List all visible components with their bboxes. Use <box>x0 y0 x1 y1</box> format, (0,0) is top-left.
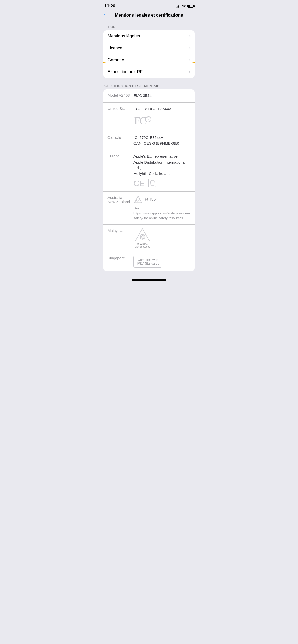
status-icons <box>176 4 194 8</box>
weee-icon <box>148 179 156 188</box>
cert-value-aus-nz-note: See https://www.apple.com/au/legal/onlin… <box>133 206 191 221</box>
home-indicator-container <box>99 279 199 285</box>
mcmc-label-text: MCMC <box>137 242 148 246</box>
cert-label-canada: Canada <box>107 135 130 139</box>
rnz-logo-container: R-NZ <box>133 195 191 204</box>
section-label-iphone: IPHONE <box>99 21 199 30</box>
complies-box: Complies with IMDA Standards <box>133 256 162 268</box>
cert-value-europe-3: Hollyhill, Cork, Ireland. <box>133 171 191 177</box>
cert-row-us: United States FCC ID: BCG-E3544A FC <box>103 103 195 131</box>
settings-row-licence[interactable]: Licence › <box>103 42 195 54</box>
mcmc-sub-text: CIDF15000007 <box>134 246 150 248</box>
cert-row-canada: Canada IC: 579C-E3544A CAN ICES-3 (B)/NM… <box>103 131 195 150</box>
mcmc-logo-container: MCMC CIDF15000007 <box>133 228 151 248</box>
svg-marker-4 <box>134 196 142 203</box>
exposition-rf-label: Exposition aux RF <box>107 69 143 75</box>
home-indicator <box>132 279 166 281</box>
mcmc-triangle-icon <box>135 228 150 241</box>
svg-text:CE: CE <box>133 179 145 188</box>
svg-point-7 <box>142 236 143 238</box>
cert-row-aus-nz: Australia New Zealand R-NZ See https://w… <box>103 192 195 225</box>
chevron-right-icon: › <box>189 57 191 63</box>
battery-icon <box>187 5 194 8</box>
cert-malaysia-content: MCMC CIDF15000007 <box>133 228 151 248</box>
cert-label-europe: Europe <box>107 154 130 158</box>
svg-text:FC: FC <box>134 114 146 126</box>
status-bar: 11:26 <box>99 0 199 11</box>
bottom-spacer <box>99 271 199 276</box>
cert-us-content: FCC ID: BCG-E3544A FC <box>133 106 171 128</box>
licence-label: Licence <box>107 46 123 51</box>
signal-icon <box>176 5 180 8</box>
cert-value-europe-1: Apple's EU representative <box>133 154 191 159</box>
cert-row-malaysia: Malaysia MCMC CIDF15000007 <box>103 225 195 252</box>
ce-weee-icons: CE <box>133 179 191 188</box>
settings-row-exposition-rf[interactable]: Exposition aux RF › <box>103 66 195 78</box>
nav-header: ‹ Mentions légales et certifications <box>99 11 199 21</box>
status-time: 11:26 <box>104 4 115 9</box>
cert-value-canada-2: CAN ICES-3 (B)/NMB-3(B) <box>133 141 179 147</box>
chevron-right-icon: › <box>189 34 191 39</box>
cert-label-aus-nz: Australia New Zealand <box>107 195 130 204</box>
cert-aus-nz-content: R-NZ See https://www.apple.com/au/legal/… <box>133 195 191 221</box>
mentions-legales-label: Mentions légales <box>107 34 140 39</box>
cert-row-europe: Europe Apple's EU representative Apple D… <box>103 150 195 192</box>
back-button[interactable]: ‹ <box>103 13 105 18</box>
page-title: Mentions légales et certifications <box>115 13 183 18</box>
chevron-right-icon: › <box>189 69 191 75</box>
settings-row-garantie[interactable]: Garantie › <box>103 54 195 66</box>
cert-singapore-content: Complies with IMDA Standards <box>133 256 162 268</box>
certification-card: Model A2403 EMC 3544 United States FCC I… <box>103 89 195 271</box>
cert-value-canada-1: IC: 579C-E3544A <box>133 135 179 141</box>
fcc-logo: FC <box>133 114 171 127</box>
cert-label-us: United States <box>107 106 130 111</box>
cert-value-us: FCC ID: BCG-E3544A <box>133 106 171 112</box>
cert-europe-content: Apple's EU representative Apple Distribu… <box>133 154 191 188</box>
section-label-certification: CERTIFICATION RÉGLEMENTAIRE <box>99 80 199 89</box>
cert-label-model: Model A2403 <box>107 93 130 97</box>
ce-mark-icon: CE <box>133 179 146 188</box>
cert-value-europe-2: Apple Distribution International Ltd., <box>133 159 191 171</box>
cert-label-malaysia: Malaysia <box>107 228 130 233</box>
complies-sub-label: IMDA Standards <box>137 262 159 265</box>
chevron-right-icon: › <box>189 46 191 51</box>
iphone-settings-card: Mentions légales › Licence › Garantie › … <box>103 30 195 78</box>
cert-row-singapore: Singapore Complies with IMDA Standards <box>103 252 195 271</box>
rnz-triangle-icon <box>133 195 143 204</box>
cert-value-model: EMC 3544 <box>133 93 191 99</box>
cert-label-singapore: Singapore <box>107 256 130 260</box>
complies-label: Complies with <box>137 258 159 262</box>
settings-row-mentions-legales[interactable]: Mentions légales › <box>103 30 195 42</box>
cert-row-model: Model A2403 EMC 3544 <box>103 89 195 103</box>
wifi-icon <box>182 4 186 8</box>
cert-canada-content: IC: 579C-E3544A CAN ICES-3 (B)/NMB-3(B) <box>133 135 179 146</box>
garantie-label: Garantie <box>107 57 124 63</box>
back-chevron-icon: ‹ <box>103 12 105 18</box>
rnz-label: R-NZ <box>145 197 157 203</box>
